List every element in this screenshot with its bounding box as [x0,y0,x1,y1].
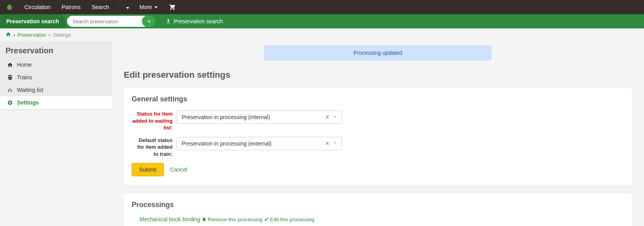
remove-processing-label: Remove this processing [208,217,262,222]
processing-row: Mechanical book binding Remove this proc… [132,216,624,222]
breadcrumb: › Preservation › Settings [0,28,644,41]
upload-icon [166,19,171,24]
nav-more-label: More [140,0,152,14]
arrow-right-icon [146,19,151,24]
cancel-link[interactable]: Cancel [170,166,188,173]
sidebar-title: Preservation [0,41,112,58]
sidebar-item-label: Waiting list [17,87,43,93]
trash-icon [202,217,207,222]
recycle-icon [7,87,13,93]
caret-down-icon [154,6,158,8]
nav-patrons[interactable]: Patrons [56,0,86,14]
sidebar: Preservation Home Trains Waiting list Se… [0,41,112,110]
preservation-search-link[interactable]: Preservation search [166,18,223,24]
sidebar-item-settings[interactable]: Settings [0,96,112,109]
chevron-down-icon [332,114,338,120]
home-icon [6,32,11,37]
sidebar-item-label: Home [17,62,32,68]
nav-search[interactable]: Search [86,0,114,14]
nav-dropdown-caret[interactable] [121,4,134,10]
brand-logo[interactable] [4,2,15,13]
form-row-status-train: Default status for item added to train: … [132,137,624,158]
breadcrumb-separator: › [13,32,15,38]
layout: Preservation Home Trains Waiting list Se… [0,41,644,226]
status-waiting-value: Preservation in processing (internal) [182,114,324,120]
main-content: Processing updated Edit preservation set… [112,41,644,226]
search-input-wrap [63,16,155,27]
sidebar-item-waiting-list[interactable]: Waiting list [0,84,112,96]
top-nav: Circulation Patrons Search More [0,0,644,14]
search-context-label: Preservation search [0,14,65,28]
status-train-label: Default status for item added to train: [132,137,177,158]
processings-panel: Processings Mechanical book binding Remo… [124,194,632,226]
breadcrumb-preservation[interactable]: Preservation [17,32,46,38]
gear-icon [7,100,13,106]
sidebar-item-home[interactable]: Home [0,58,112,71]
status-waiting-select[interactable]: Preservation in processing (internal) × [177,110,342,124]
search-input[interactable] [67,16,150,27]
general-settings-heading: General settings [132,95,624,103]
search-submit-button[interactable] [142,16,155,27]
sidebar-item-label: Settings [17,99,39,106]
processings-heading: Processings [132,201,624,209]
sidebar-nav: Home Trains Waiting list Settings [0,58,112,109]
submit-button[interactable]: Submit [132,163,164,176]
sidebar-item-label: Trains [17,74,32,80]
clear-icon[interactable]: × [324,140,331,147]
nav-circulation[interactable]: Circulation [19,0,56,14]
home-icon [7,62,13,68]
alert-message: Processing updated [264,45,491,60]
breadcrumb-current: Settings [53,32,71,38]
nav-separator [118,3,118,11]
processing-name-link[interactable]: Mechanical book binding [140,216,200,222]
train-icon [7,75,13,80]
page-title: Edit preservation settings [124,70,632,80]
status-train-value: Preservation in processing (external) [182,140,324,147]
nav-cart[interactable] [163,4,181,11]
form-row-status-waiting: Status for item added to waiting list: P… [132,110,624,131]
remove-processing-link[interactable]: Remove this processing [202,217,262,222]
search-bar: Preservation search Preservation search [0,14,644,28]
general-settings-panel: General settings Status for item added t… [124,88,632,185]
dropdown-toggle[interactable] [331,140,339,147]
chevron-down-icon [332,140,338,146]
cart-icon [169,4,176,11]
clear-icon[interactable]: × [324,114,331,121]
dropdown-toggle[interactable] [331,114,339,121]
pencil-icon [264,217,269,222]
leaf-icon [6,4,13,11]
breadcrumb-home[interactable] [6,32,11,38]
caret-down-icon [126,7,129,9]
nav-more[interactable]: More [134,0,163,14]
sidebar-item-trains[interactable]: Trains [0,71,112,84]
status-train-select[interactable]: Preservation in processing (external) × [177,137,342,150]
status-waiting-label: Status for item added to waiting list: [132,110,177,131]
preservation-search-label: Preservation search [174,18,223,24]
edit-processing-label: Edit this processing [270,217,315,222]
breadcrumb-separator: › [48,32,50,38]
form-actions: Submit Cancel [132,163,624,176]
edit-processing-link[interactable]: Edit this processing [264,217,315,222]
